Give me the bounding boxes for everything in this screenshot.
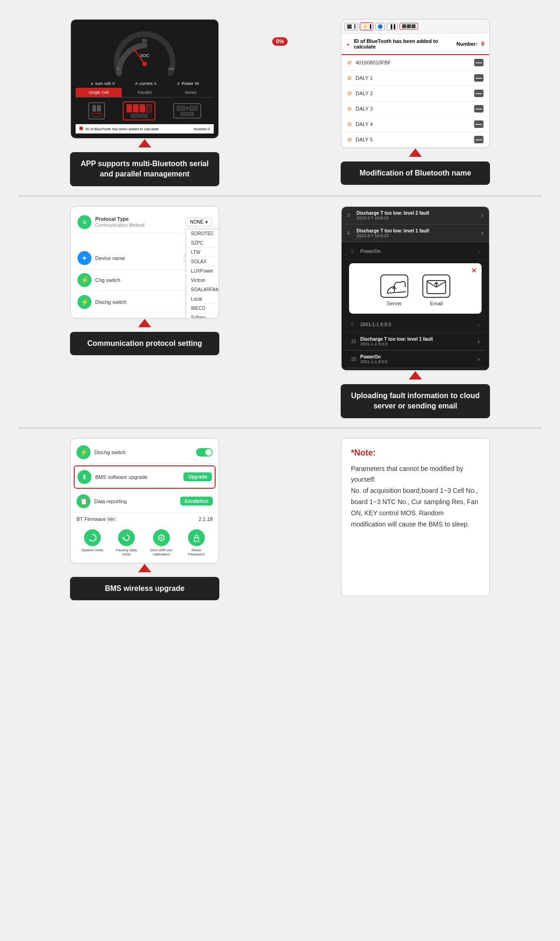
icon-box-selected: ⬛⬛⬛ xyxy=(399,23,418,30)
firmware-label: BT Firmware Ver: xyxy=(77,516,195,522)
caption-1: APP supports multi-Bluetooth serial and … xyxy=(70,152,219,186)
upgrade-icon: ⬆ xyxy=(82,473,87,481)
bt-item-2: ⊘ DALY 2 — xyxy=(342,86,489,101)
dropdown-item-ltw[interactable]: LTW xyxy=(186,248,219,257)
modal-option-server[interactable]: Server xyxy=(380,274,408,306)
cell-bms-upgrade: ⚡ Dischg switch ⬆ BMS software upgrade U… xyxy=(9,428,280,610)
bt-items-list: ⊘ 401608010FBF — ⊘ DALY 1 — ⊘ DALY 2 — ⊘… xyxy=(342,55,489,147)
dischg-label: Dischg switch xyxy=(94,449,192,455)
upgrade-button[interactable]: Upgrade xyxy=(183,472,212,481)
bt-remove-btn-2[interactable]: — xyxy=(474,90,483,97)
dischg-toggle[interactable] xyxy=(196,448,213,456)
bt-item-1: ⊘ DALY 1 — xyxy=(342,70,489,86)
note-box: *Note: Parameters that cannot be modifie… xyxy=(341,438,490,597)
fault-num-4: 4 xyxy=(347,231,357,236)
cell-multi-bluetooth: 50 0 100 SOC 0% ∧ xyxy=(9,9,280,196)
dischg-switch-row: ⚡ Dischg switch xyxy=(74,442,216,463)
dropdown-item-sorotec[interactable]: SOROTEC xyxy=(186,229,219,239)
modal-option-email[interactable]: Email xyxy=(422,274,450,306)
fault-item-3: 3 Discharge T too low: level 2 fault 202… xyxy=(342,207,489,225)
dropdown-item-soalarfam[interactable]: SOALARFAM xyxy=(186,285,219,295)
svg-text:50: 50 xyxy=(142,38,147,43)
bt-header-text: ID of BlueTooth has been added to calcul… xyxy=(354,38,453,49)
dashboard-panel: 50 0 100 SOC 0% ∧ xyxy=(71,20,218,138)
escalation-button[interactable]: Escalation xyxy=(180,497,213,506)
bt-num-icon: ⊘ xyxy=(347,136,352,143)
fault-arrow-icon: › xyxy=(477,337,480,345)
bottom-icons-row: System reset Factory data reset xyxy=(74,526,216,560)
bt-num-icon: ⊘ xyxy=(347,90,352,97)
svg-text:100: 100 xyxy=(168,67,175,71)
fault-date-4: 2023-3-7 19:8:23 xyxy=(357,233,481,238)
dropdown-item-luxpower[interactable]: LUXPower xyxy=(186,267,219,276)
dischg-icon-circle: ⚡ xyxy=(77,445,91,459)
dropdown-item-victron[interactable]: Victron xyxy=(186,276,219,285)
modal-close-btn[interactable]: ✕ xyxy=(471,266,477,275)
bt-remove-btn-4[interactable]: — xyxy=(474,120,483,128)
dropdown-button[interactable]: NONE ▾ xyxy=(186,218,212,226)
fault-arrow-icon: › xyxy=(481,211,483,219)
fault-title-4: Discharge T too low: level 1 fault xyxy=(357,228,481,233)
reset-password-item[interactable]: Reset Password xyxy=(185,529,208,556)
reset-password-label: Reset Password xyxy=(185,548,208,556)
fault-date-10: 2001-1-1 8:0:0 xyxy=(360,359,477,364)
bluetooth-number: Number:0 xyxy=(194,127,210,131)
bt-name-3: DALY 3 xyxy=(356,106,474,112)
system-reset-icon xyxy=(84,529,101,546)
bms-panel: ⚡ Dischg switch ⬆ BMS software upgrade U… xyxy=(71,439,218,563)
arrow-up-4 xyxy=(409,371,422,379)
fault-title-10: PowerOn xyxy=(360,354,477,359)
dropdown-item-local[interactable]: Local xyxy=(186,295,219,304)
factory-reset-item[interactable]: Factory data reset xyxy=(115,529,138,556)
zero-drift-item[interactable]: Zero drift curr calibration xyxy=(150,529,173,556)
tab-series[interactable]: Series xyxy=(168,88,214,97)
chg-icon-circle: ⚡ xyxy=(77,273,91,287)
dischg-toggle-knob xyxy=(205,449,212,456)
gauge-area: 50 0 100 SOC xyxy=(76,24,214,85)
battery-block xyxy=(146,104,152,112)
bt-remove-btn-5[interactable]: — xyxy=(474,136,483,143)
bluetooth-bar: ID of BlueTooth has been added to calcul… xyxy=(76,124,214,133)
battery-visualization xyxy=(76,98,214,124)
firmware-version: 2.1.18 xyxy=(198,516,213,522)
number-prefix: Number: xyxy=(456,41,477,47)
icon-box-item: ⬛ ▐ xyxy=(344,23,358,30)
device-icon-circle: ✦ xyxy=(77,251,91,265)
fault-arrow-icon: › xyxy=(477,355,480,363)
comm-protocol-row: ≡ Protocal Type Communication Method NON… xyxy=(76,211,214,233)
bt-indicator xyxy=(79,126,83,130)
fault-title-3: Discharge T too low: level 2 fault xyxy=(357,211,481,216)
system-reset-item[interactable]: System reset xyxy=(81,529,103,556)
comm-panel: ≡ Protocal Type Communication Method NON… xyxy=(71,207,218,318)
firmware-row: BT Firmware Ver: 2.1.18 xyxy=(74,513,216,526)
arrow-up-3 xyxy=(138,319,151,327)
bt-remove-btn-1[interactable]: — xyxy=(474,74,483,82)
fault-item-9: 10 Discharge T too low: level 1 fault 20… xyxy=(345,333,485,351)
svg-text:SOC: SOC xyxy=(140,53,149,58)
dropdown-item-soltaro[interactable]: Soltaro xyxy=(186,313,219,319)
bt-num-icon: ⊘ xyxy=(347,105,352,112)
reporting-icon-circle: 📋 xyxy=(77,494,91,508)
fault-num-3: 3 xyxy=(347,213,357,218)
dropdown-item-szpc[interactable]: SZPC xyxy=(186,239,219,248)
caption-4: Uploading fault information to cloud ser… xyxy=(341,384,490,418)
fault-item-10: 10 PowerOn 2001-1-1 8:0:0 › xyxy=(345,351,485,368)
dropdown-item-weco[interactable]: WECO xyxy=(186,304,219,313)
bt-item-5: ⊘ DALY 5 — xyxy=(342,132,489,147)
server-label: Server xyxy=(387,301,402,306)
bt-remove-btn-3[interactable]: — xyxy=(474,105,483,112)
bluetooth-text: ID of BlueTooth has been added to calcul… xyxy=(85,127,159,131)
cell-bluetooth-name: ⬛ ▐ ⚡ ▐ 🔵 ▐▐ ⬛⬛⬛ ▲ I xyxy=(280,9,551,196)
system-reset-label: System reset xyxy=(81,548,103,552)
reporting-icon: 📋 xyxy=(80,498,88,505)
modal-options-row: Server Email xyxy=(380,274,450,306)
tab-parallel[interactable]: Parallel xyxy=(122,88,168,97)
dropdown-select[interactable]: NONE ▾ SOROTEC SZPC LTW SOLAX LUXPower V… xyxy=(186,218,212,226)
bt-remove-btn-0[interactable]: — xyxy=(474,59,483,66)
gauge-svg: 50 0 100 SOC xyxy=(110,29,180,80)
tab-single-cell[interactable]: Single Cell xyxy=(76,88,122,97)
modal-container: 5 PowerOn › ✕ xyxy=(342,242,489,370)
dropdown-item-solax[interactable]: SOLAX xyxy=(186,257,219,267)
fault-title-9: Discharge T too low: level 1 fault xyxy=(360,337,477,342)
phone-mockup-2: ⬛ ▐ ⚡ ▐ 🔵 ▐▐ ⬛⬛⬛ ▲ I xyxy=(341,19,490,148)
